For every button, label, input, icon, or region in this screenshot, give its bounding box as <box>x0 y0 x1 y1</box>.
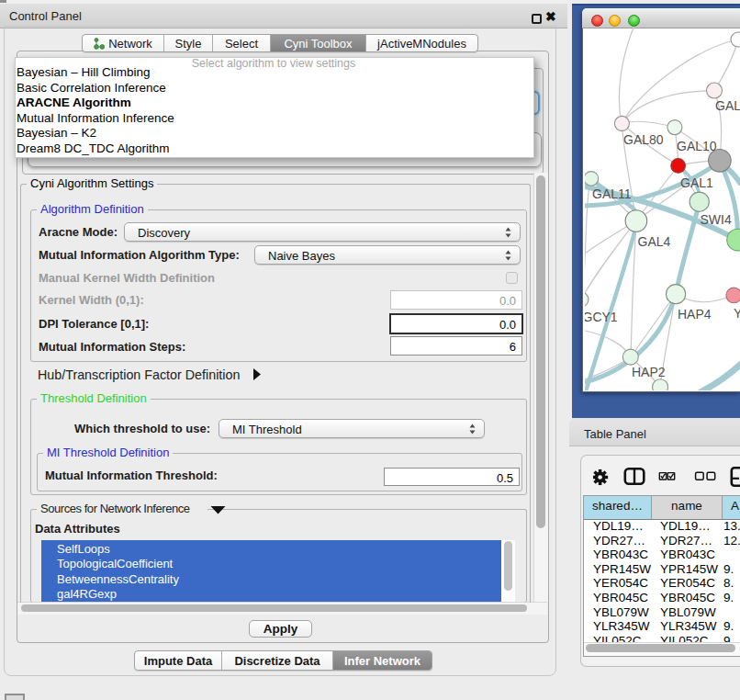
svg-text:GAL11: GAL11 <box>592 186 632 201</box>
svg-text:GCY1: GCY1 <box>585 310 618 324</box>
svg-text:GAL10: GAL10 <box>677 139 717 153</box>
svg-text:GAL4: GAL4 <box>638 234 671 249</box>
svg-text:HAP4: HAP4 <box>678 307 712 322</box>
svg-text:GAL80: GAL80 <box>623 132 664 147</box>
svg-text:Y: Y <box>734 306 740 321</box>
svg-text:SWI4: SWI4 <box>701 212 732 227</box>
svg-text:GAL1: GAL1 <box>680 175 713 190</box>
svg-text:HAP2: HAP2 <box>632 365 666 379</box>
svg-text:GAL: GAL <box>715 98 740 113</box>
